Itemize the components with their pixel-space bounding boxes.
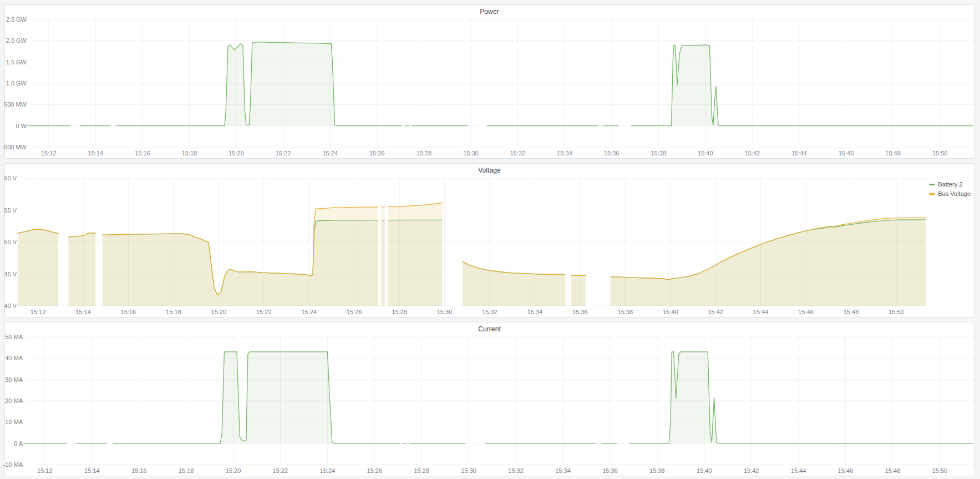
x-tick-label: 15:18: [173, 467, 200, 475]
x-tick-label: 15:42: [702, 308, 729, 316]
x-tick-label: 15:18: [160, 308, 187, 316]
y-tick-label: 1.0 GW: [0, 79, 27, 87]
power-plot-area[interactable]: [5, 5, 974, 158]
x-tick-label: 15:50: [883, 308, 910, 316]
x-tick-label: 15:28: [408, 467, 435, 475]
x-tick-label: 15:18: [176, 149, 202, 157]
y-tick-label: 40 MA: [0, 354, 23, 362]
current-area: [630, 352, 973, 443]
y-tick-label: 50 MA: [0, 333, 23, 341]
y-tick-label: 500 MW: [0, 100, 27, 108]
x-tick-label: 15:36: [598, 149, 625, 157]
x-tick-label: 15:30: [458, 149, 484, 157]
y-tick-label: 0 A: [0, 440, 23, 447]
x-tick-label: 15:38: [645, 149, 672, 157]
x-tick-label: 15:46: [793, 308, 819, 316]
x-tick-label: 15:32: [476, 308, 503, 316]
x-tick-label: 15:14: [82, 149, 109, 157]
bus-voltage-line: [571, 275, 586, 276]
y-tick-label: 10 MA: [0, 418, 23, 426]
bus-voltage-area: [18, 229, 58, 306]
x-tick-label: 15:28: [386, 308, 413, 316]
panel-current: Current -10 MA0 A10 MA20 MA30 MA40 MA50 …: [4, 322, 974, 476]
y-tick-label: -10 MA: [0, 461, 23, 468]
x-tick-label: 15:20: [205, 308, 232, 316]
x-tick-label: 15:50: [926, 467, 953, 475]
x-tick-label: 15:40: [657, 308, 684, 316]
bus-voltage-area: [388, 203, 443, 306]
panel-power: Power -500 MW0 W500 MW1.0 GW1.5 GW2.0 GW…: [4, 4, 974, 159]
x-tick-label: 15:26: [364, 149, 390, 157]
y-tick-label: 40 V: [0, 302, 17, 310]
y-tick-label: 55 V: [0, 206, 17, 214]
x-tick-label: 15:16: [115, 308, 141, 316]
bus-voltage-area: [611, 218, 926, 306]
voltage-plot-area[interactable]: [5, 164, 974, 317]
y-tick-label: -500 MW: [0, 143, 27, 151]
bus-voltage-area: [382, 207, 385, 306]
x-tick-label: 15:44: [785, 467, 812, 475]
x-tick-label: 15:30: [455, 467, 482, 475]
x-tick-label: 15:24: [314, 467, 341, 475]
x-tick-label: 15:26: [341, 308, 368, 316]
x-tick-label: 15:26: [361, 467, 388, 475]
x-tick-label: 15:36: [567, 308, 593, 316]
x-tick-label: 15:48: [838, 308, 865, 316]
power-area: [116, 42, 402, 126]
grafana-dashboard: { "page_bg": "#f4f5f6", "colors": { "gre…: [0, 0, 980, 479]
x-tick-label: 15:42: [738, 467, 765, 475]
x-tick-label: 15:12: [35, 149, 62, 157]
x-tick-label: 15:28: [410, 149, 437, 157]
x-tick-label: 15:34: [550, 467, 576, 475]
x-tick-label: 15:46: [833, 149, 860, 157]
y-tick-label: 2.0 GW: [0, 37, 27, 44]
x-tick-label: 15:46: [832, 467, 859, 475]
y-tick-label: 2.5 GW: [0, 16, 27, 23]
x-tick-label: 15:14: [79, 467, 105, 475]
current-area: [113, 352, 399, 443]
x-tick-label: 15:36: [597, 467, 623, 475]
x-tick-label: 15:12: [25, 308, 52, 316]
y-tick-label: 1.5 GW: [0, 58, 27, 66]
x-tick-label: 15:38: [644, 467, 671, 475]
bus-voltage-area: [103, 207, 378, 306]
x-tick-label: 15:22: [267, 467, 293, 475]
y-tick-label: 20 MA: [0, 397, 23, 405]
power-area: [632, 45, 973, 126]
x-tick-label: 15:24: [317, 149, 343, 157]
x-tick-label: 15:32: [504, 149, 531, 157]
x-tick-label: 15:38: [612, 308, 638, 316]
x-tick-label: 15:48: [880, 149, 906, 157]
x-tick-label: 15:12: [32, 467, 58, 475]
x-tick-label: 15:22: [251, 308, 277, 316]
x-tick-label: 15:48: [880, 467, 906, 475]
y-tick-label: 50 V: [0, 238, 17, 246]
bus-voltage-area: [571, 275, 586, 306]
y-tick-label: 0 W: [0, 122, 27, 130]
x-tick-label: 15:20: [220, 467, 247, 475]
y-tick-label: 30 MA: [0, 376, 23, 384]
x-tick-label: 15:34: [521, 308, 548, 316]
x-tick-label: 15:20: [223, 149, 250, 157]
bus-voltage-area: [69, 233, 96, 306]
x-tick-label: 15:22: [270, 149, 297, 157]
x-tick-label: 15:16: [129, 149, 156, 157]
y-tick-label: 60 V: [0, 174, 17, 182]
current-plot-area[interactable]: [5, 322, 974, 476]
x-tick-label: 15:30: [431, 308, 458, 316]
x-tick-label: 15:44: [786, 149, 813, 157]
x-tick-label: 15:40: [692, 149, 719, 157]
x-tick-label: 15:50: [927, 149, 953, 157]
y-tick-label: 45 V: [0, 270, 17, 278]
panel-voltage: Voltage Battery 2 Bus Voltage 40 V45 V50…: [4, 163, 974, 317]
x-tick-label: 15:40: [691, 467, 718, 475]
x-tick-label: 15:42: [739, 149, 765, 157]
x-tick-label: 15:44: [748, 308, 774, 316]
x-tick-label: 15:32: [502, 467, 529, 475]
x-tick-label: 15:24: [296, 308, 322, 316]
x-tick-label: 15:34: [551, 149, 578, 157]
x-tick-label: 15:16: [126, 467, 153, 475]
x-tick-label: 15:14: [70, 308, 97, 316]
